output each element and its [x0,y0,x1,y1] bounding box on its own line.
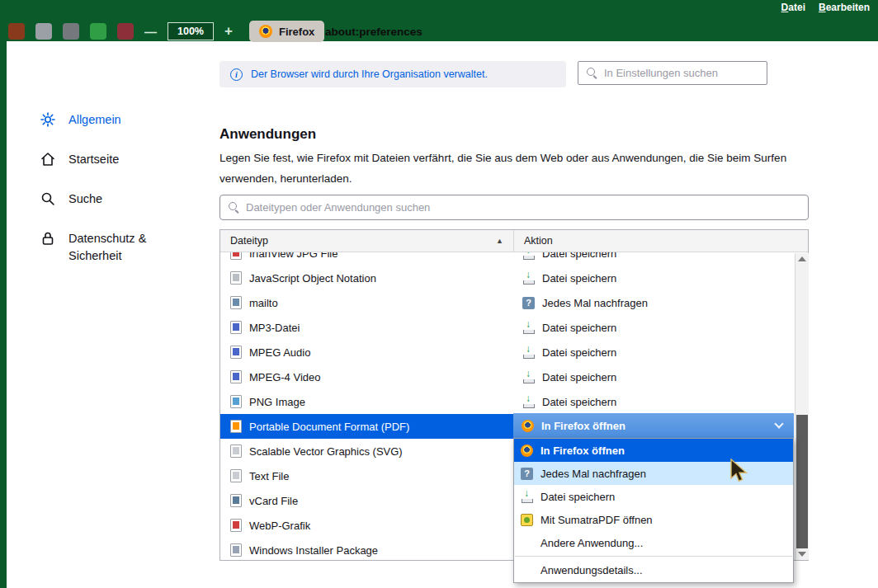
sidebar-item-label: Suche [68,191,102,208]
table-row[interactable]: MP3-Datei Datei speichern [220,315,794,340]
save-icon [522,272,535,285]
zoom-out-button[interactable]: — [144,25,157,39]
selected-action-label: In Firefox öffnen [541,420,625,432]
scrollbar-thumb[interactable] [796,415,808,548]
filetype-label: Text File [249,470,289,482]
toolbar-app-icon-1[interactable] [8,23,25,40]
menu-item-anwendungsdetails[interactable]: Anwendungsdetails... [514,558,793,581]
filetype-label: Portable Document Format (PDF) [249,421,409,433]
filetype-cell: MP3-Datei [220,315,514,340]
table-row[interactable]: mailto Jedes Mal nachfragen [220,290,794,315]
table-row[interactable]: MPEG Audio Datei speichern [220,340,794,365]
menu-item-sumatrapdf[interactable]: Mit SumatraPDF öffnen [514,508,793,531]
menu-separator [515,556,792,557]
filetype-icon [230,321,242,334]
pdf-action-select[interactable]: In Firefox öffnen [513,413,794,438]
action-label: Jedes Mal nachfragen [542,297,648,309]
search-icon [229,202,239,213]
menu-datei[interactable]: Datei [781,2,805,13]
filetype-cell: MPEG Audio [220,340,514,365]
gear-icon [40,111,56,128]
policy-notice-bar: i Der Browser wird durch Ihre Organisati… [220,61,566,87]
filetype-icon [230,494,242,507]
sidebar-item-allgemein[interactable]: Allgemein [7,102,213,138]
filetype-cell: MPEG-4 Video [220,365,514,389]
table-row[interactable]: MPEG-4 Video Datei speichern [220,365,794,389]
menu-bearbeiten[interactable]: Bearbeiten [819,2,870,13]
action-dropdown-menu: In Firefox öffnen Jedes Mal nachfragen D… [513,438,794,583]
filetype-cell: Windows Installer Package [220,538,514,560]
scroll-up-icon[interactable] [798,256,806,261]
search-icon [40,191,56,207]
menu-item-label: Datei speichern [540,491,615,503]
table-row[interactable]: IrfanView JPG File Datei speichern [220,252,794,266]
filetype-icon [230,469,242,482]
filetype-label: MPEG-4 Video [249,371,320,383]
filetype-label: mailto [249,297,278,309]
menu-item-label: Jedes Mal nachfragen [540,468,646,480]
menu-item-label: Andere Anwendung... [540,537,643,549]
action-cell: Jedes Mal nachfragen [514,290,794,315]
action-label: Datei speichern [542,322,616,334]
filetype-label: vCard File [249,495,298,507]
ask-icon [521,468,533,480]
sidebar: Allgemein Startseite Suche Datenschutz &… [7,41,213,278]
left-edge-strip [0,41,7,588]
table-row[interactable]: JavaScript Object Notation Datei speiche… [220,266,794,290]
column-header-aktion[interactable]: Aktion [514,230,808,252]
scroll-down-icon[interactable] [798,552,806,557]
action-cell: Datei speichern [514,252,794,266]
filetype-filter-input[interactable] [246,201,800,214]
save-icon [522,396,535,408]
action-label: Datei speichern [542,346,616,359]
toolbar-app-icon-4[interactable] [90,23,106,40]
action-label: Datei speichern [542,371,616,383]
page-title: Anwendungen [220,126,316,143]
settings-search-input[interactable] [604,67,758,79]
section-description: Legen Sie fest, wie Firefox mit Dateien … [220,148,807,189]
action-cell: Datei speichern [514,365,794,389]
sidebar-item-startseite[interactable]: Startseite [7,142,213,177]
filetype-icon [230,346,242,359]
sidebar-item-datenschutz[interactable]: Datenschutz & Sicherheit [7,221,213,274]
filetype-icon [230,395,242,408]
save-icon [522,346,535,359]
info-icon: i [230,68,243,81]
firefox-icon [522,420,534,432]
filetype-label: PNG Image [249,396,305,408]
toolbar-app-icon-3[interactable] [63,23,79,40]
menu-item-label: Mit SumatraPDF öffnen [540,514,653,526]
firefox-logo-icon [259,25,272,38]
menu-item-datei-speichern[interactable]: Datei speichern [514,485,793,508]
filetype-icon [230,252,242,260]
sidebar-item-suche[interactable]: Suche [7,181,213,217]
menu-item-jedes-mal-nachfragen[interactable]: Jedes Mal nachfragen [514,462,793,485]
filetype-cell: Portable Document Format (PDF) [220,414,514,439]
save-icon [522,252,535,260]
lock-icon [40,230,56,247]
filetype-label: Scalable Vector Graphics (SVG) [249,445,403,458]
search-icon [587,68,597,78]
toolbar-app-icon-2[interactable] [35,23,52,40]
menu-item-andere-anwendung[interactable]: Andere Anwendung... [514,531,793,554]
firefox-icon [521,445,533,457]
filetype-icon [230,296,242,309]
toolbar-app-icon-5[interactable] [117,23,134,40]
sort-ascending-icon: ▲ [496,237,503,245]
firefox-tab[interactable]: Firefox [249,21,324,42]
action-cell: Datei speichern [514,340,794,365]
chevron-down-icon [774,419,783,428]
table-row[interactable]: PNG Image Datei speichern [220,389,794,414]
column-header-dateityp[interactable]: Dateityp ▲ [220,230,514,252]
filetype-label: MP3-Datei [249,322,300,334]
policy-notice-link[interactable]: Der Browser wird durch Ihre Organisation… [251,68,488,80]
save-icon [522,371,535,383]
zoom-in-button[interactable]: + [224,23,233,40]
filetype-label: MPEG Audio [249,346,310,359]
filetype-icon [230,420,242,433]
sidebar-item-label: Startseite [68,151,119,168]
table-scrollbar[interactable] [795,253,809,560]
filetype-filter [220,195,809,220]
menu-item-firefox-oeffnen[interactable]: In Firefox öffnen [514,439,793,462]
filetype-icon [230,445,242,458]
